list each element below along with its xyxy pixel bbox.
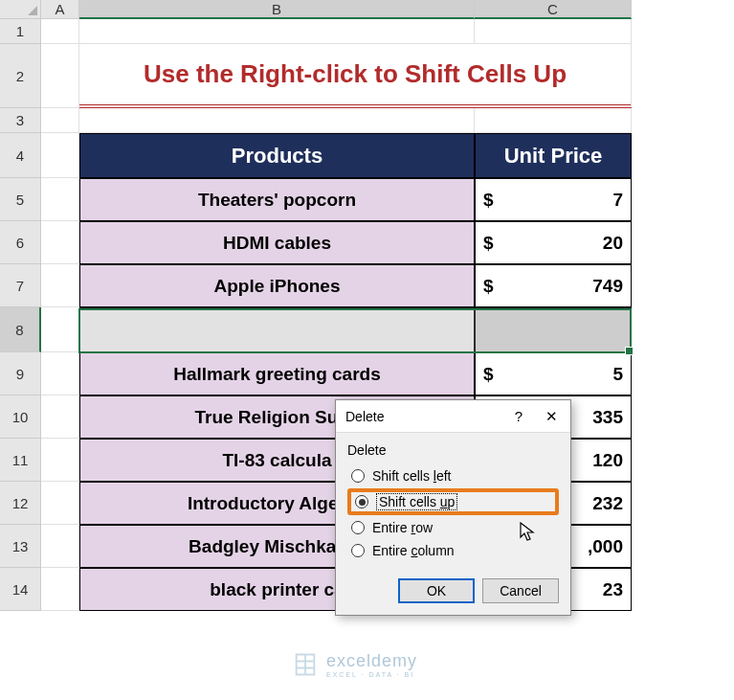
cell-a14[interactable] [41,568,79,611]
cell-a7[interactable] [41,264,79,307]
table-row[interactable]: Apple iPhones [79,264,475,307]
radio-shift-cells-up[interactable]: Shift cells up [347,488,559,515]
dialog-help-button[interactable]: ? [505,408,532,425]
table-row[interactable]: $7 [475,178,632,221]
price-value: 120 [592,450,623,471]
cell-a3[interactable] [41,108,79,133]
cancel-button[interactable]: Cancel [482,578,559,603]
dialog-group-label: Delete [347,442,559,458]
price-value: 20 [603,233,623,254]
watermark-sub: EXCEL · DATA · BI [326,671,417,678]
currency-symbol: $ [483,364,494,385]
radio-shift-cells-left[interactable]: Shift cells left [347,465,559,486]
cell-c1[interactable] [475,19,632,44]
delete-dialog: Delete ? ✕ Delete Shift cells left Shift… [335,399,571,616]
table-row[interactable]: $5 [475,352,632,395]
radio-label: Shift cells up [376,493,457,510]
cell-a5[interactable] [41,178,79,221]
row-header-1[interactable]: 1 [0,19,41,44]
price-value: ,000 [588,536,623,557]
row-header-2[interactable]: 2 [0,44,41,108]
row-header-3[interactable]: 3 [0,108,41,133]
cell-c3[interactable] [475,108,632,133]
cell-a1[interactable] [41,19,79,44]
row-header-10[interactable]: 10 [0,395,41,439]
selected-cell-b8[interactable] [79,307,475,352]
radio-icon [351,469,365,483]
watermark-icon [292,651,319,678]
row-header-9[interactable]: 9 [0,352,41,395]
header-price: Unit Price [475,133,632,178]
radio-label: Entire column [372,543,455,558]
cell-a2[interactable] [41,44,79,108]
radio-label: Entire row [372,520,433,535]
row-header-11[interactable]: 11 [0,439,41,482]
row-header-12[interactable]: 12 [0,482,41,525]
cell-a8[interactable] [41,307,79,352]
col-header-b[interactable]: B [79,0,475,19]
row-header-8[interactable]: 8 [0,307,41,352]
radio-icon [351,521,365,534]
row-header-6[interactable]: 6 [0,221,41,264]
row-header-4[interactable]: 4 [0,133,41,178]
table-row[interactable]: Hallmark greeting cards [79,352,475,395]
price-value: 335 [592,407,623,428]
radio-entire-column[interactable]: Entire column [347,540,559,561]
radio-icon [351,544,365,557]
col-header-a[interactable]: A [41,0,79,19]
price-value: 7 [612,190,623,211]
cell-b3[interactable] [79,108,475,133]
row-header-14[interactable]: 14 [0,568,41,611]
table-row[interactable]: Theaters' popcorn [79,178,475,221]
cell-b1[interactable] [79,19,475,44]
row-header-7[interactable]: 7 [0,264,41,307]
cell-a10[interactable] [41,395,79,439]
row-header-5[interactable]: 5 [0,178,41,221]
price-value: 749 [592,276,623,297]
ok-button[interactable]: OK [398,578,475,603]
dialog-title: Delete [345,409,384,424]
selected-cell-c8[interactable] [475,307,632,352]
price-value: 5 [612,364,623,385]
radio-label: Shift cells left [372,468,452,484]
currency-symbol: $ [483,190,494,211]
row-header-13[interactable]: 13 [0,525,41,568]
page-title: Use the Right-click to Shift Cells Up [79,44,632,108]
currency-symbol: $ [483,233,494,254]
table-row[interactable]: $749 [475,264,632,307]
price-value: 23 [603,579,623,600]
price-value: 232 [592,493,623,514]
cell-a4[interactable] [41,133,79,178]
currency-symbol: $ [483,276,494,297]
select-all-corner[interactable] [0,0,41,19]
cell-a6[interactable] [41,221,79,264]
watermark: exceldemy EXCEL · DATA · BI [292,651,417,678]
radio-entire-row[interactable]: Entire row [347,517,559,538]
table-row[interactable]: HDMI cables [79,221,475,264]
dialog-titlebar[interactable]: Delete ? ✕ [336,400,570,433]
cell-a11[interactable] [41,439,79,482]
header-products: Products [79,133,475,178]
cell-a13[interactable] [41,525,79,568]
close-icon[interactable]: ✕ [538,408,565,425]
col-header-c[interactable]: C [475,0,632,19]
table-row[interactable]: $20 [475,221,632,264]
cell-a9[interactable] [41,352,79,395]
cell-a12[interactable] [41,482,79,525]
watermark-name: exceldemy [326,651,417,670]
radio-icon [355,495,368,508]
